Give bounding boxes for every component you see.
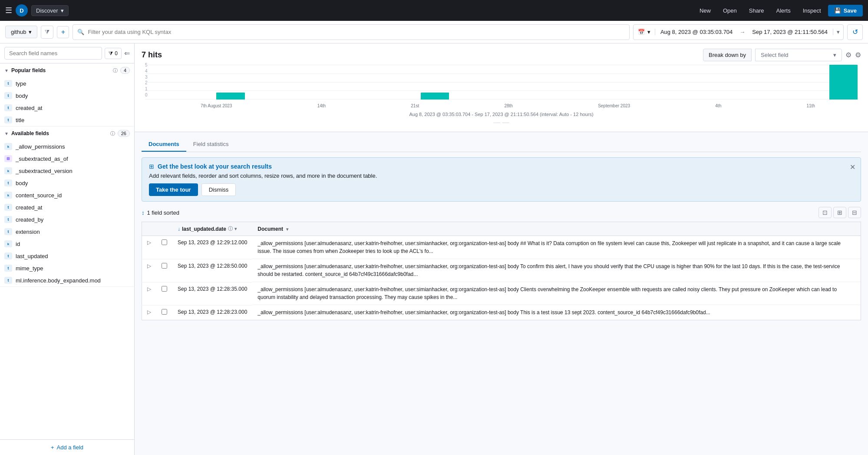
tip-close-button[interactable]: ✕	[850, 163, 855, 171]
new-button[interactable]: New	[694, 5, 716, 17]
time-range-picker: 📅 ▾ Aug 8, 2023 @ 03:35:03.704 → Sep 17,…	[633, 24, 844, 40]
field-item-extension[interactable]: t extension +	[0, 226, 134, 238]
table-header-bar: ↕ 1 field sorted ⊡ ⊞ ⊟	[142, 207, 861, 218]
hamburger-icon[interactable]: ☰	[5, 6, 12, 15]
chart-section: 7 hits Break down by Select field ▾ ⚙ ⚙	[135, 43, 868, 132]
save-icon: 💾	[834, 7, 841, 14]
popular-fields-info-icon[interactable]: ⓘ	[113, 67, 118, 74]
calendar-button[interactable]: 📅 ▾	[634, 29, 655, 35]
popular-fields-header[interactable]: ▼ Popular fields ⓘ 4	[0, 63, 134, 77]
chart-bar-5[interactable]	[304, 99, 332, 100]
drag-handle[interactable]: — —	[142, 119, 861, 126]
field-item-last_updated[interactable]: t last_updated +	[0, 250, 134, 262]
chart-bar-16[interactable]	[625, 99, 653, 100]
alerts-button[interactable]: Alerts	[771, 5, 795, 17]
expand-row-button[interactable]: ▷	[147, 263, 151, 269]
time-range-expand-button[interactable]: ▾	[833, 29, 843, 35]
chart-settings-icon[interactable]: ⚙	[845, 51, 851, 59]
collapse-sidebar-button[interactable]: ⇐	[124, 49, 130, 57]
available-fields-info-icon[interactable]: ⓘ	[110, 130, 115, 137]
field-type-badge: t	[4, 204, 12, 211]
chart-bar-20[interactable]	[742, 99, 770, 100]
field-item-subextracted_version[interactable]: k _subextracted_version +	[0, 165, 134, 177]
available-fields-header[interactable]: ▼ Available fields ⓘ 26	[0, 126, 134, 140]
chart-bar-22[interactable]	[800, 99, 828, 100]
expand-row-button[interactable]: ▷	[147, 309, 151, 315]
take-tour-button[interactable]: Take the tour	[149, 183, 198, 196]
chart-bar-17[interactable]	[654, 99, 682, 100]
filter-options-button[interactable]: ⧩	[41, 26, 53, 39]
chart-bar-13[interactable]	[538, 99, 566, 100]
chart-bar-2[interactable]	[216, 93, 244, 100]
add-field-footer[interactable]: + Add a field	[0, 439, 134, 455]
field-item-allow_permissions[interactable]: k _allow_permissions +	[0, 140, 134, 153]
save-button[interactable]: 💾 Save	[828, 5, 863, 17]
field-item-created_at[interactable]: t created_at +	[0, 102, 134, 114]
plus-icon: +	[51, 444, 54, 451]
field-item-mime_type[interactable]: t mime_type +	[0, 262, 134, 274]
expand-row-button[interactable]: ▷	[147, 286, 151, 292]
chart-bar-0[interactable]	[158, 99, 186, 100]
app-name-button[interactable]: Discover ▾	[31, 5, 69, 16]
data-view-button[interactable]: github ▾	[5, 26, 37, 38]
field-item-type[interactable]: t type +	[0, 77, 134, 90]
chart-bar-1[interactable]	[187, 99, 215, 100]
chart-bar-11[interactable]	[479, 99, 507, 100]
chart-bar-15[interactable]	[596, 99, 624, 100]
tab-field-statistics[interactable]: Field statistics	[186, 137, 236, 152]
row-checkbox[interactable]	[162, 286, 167, 292]
chart-bar-9[interactable]	[421, 93, 449, 100]
tab-documents[interactable]: Documents	[142, 137, 186, 152]
field-search-input[interactable]	[4, 47, 102, 60]
row-checkbox[interactable]	[162, 309, 167, 315]
add-field-label: Add a field	[57, 444, 83, 451]
field-item-subextracted_as_of[interactable]: ⊞ _subextracted_as_of +	[0, 153, 134, 165]
chart-bar-4[interactable]	[275, 99, 303, 100]
chart-bar-7[interactable]	[362, 99, 390, 100]
x-label: 14th	[317, 103, 326, 108]
checkbox-cell	[156, 305, 172, 320]
field-item-content_source_id[interactable]: k content_source_id +	[0, 189, 134, 201]
search-icon: 🔍	[77, 29, 84, 35]
th-date[interactable]: ↓ last_updated.date ⓘ ▾	[172, 222, 252, 236]
break-down-select[interactable]: Select field ▾	[755, 49, 842, 61]
x-label: 11th	[806, 103, 815, 108]
chart-bar-10[interactable]	[450, 99, 478, 100]
inspect-button[interactable]: Inspect	[798, 5, 826, 17]
field-item-body2[interactable]: t body +	[0, 177, 134, 189]
add-filter-button[interactable]: +	[57, 26, 69, 38]
field-item-created_by[interactable]: t created_by +	[0, 213, 134, 226]
chart-bar-23[interactable]	[829, 65, 858, 100]
table-view-expand-button[interactable]: ⊟	[848, 207, 861, 218]
nav-actions: New Open Share Alerts Inspect 💾 Save	[694, 5, 863, 17]
table-view-full-button[interactable]: ⊡	[818, 207, 832, 218]
open-button[interactable]: Open	[718, 5, 742, 17]
filter-count-button[interactable]: ⧩ 0	[105, 48, 122, 59]
chart-bar-18[interactable]	[683, 99, 712, 100]
share-button[interactable]: Share	[744, 5, 769, 17]
chart-bar-6[interactable]	[333, 99, 361, 100]
row-checkbox[interactable]	[162, 239, 167, 245]
field-item-created_at2[interactable]: t created_at +	[0, 201, 134, 213]
row-checkbox[interactable]	[162, 263, 167, 269]
chart-config-icon[interactable]: ⚙	[855, 51, 861, 59]
chart-bar-19[interactable]	[713, 99, 741, 100]
chart-bar-12[interactable]	[508, 99, 536, 100]
search-input[interactable]	[88, 29, 624, 35]
field-item-ml_inference[interactable]: t ml.inference.body_expanded.mod +	[0, 274, 134, 286]
dismiss-button[interactable]: Dismiss	[201, 183, 236, 196]
chart-bar-3[interactable]	[246, 99, 274, 100]
chart-bar-8[interactable]	[392, 99, 420, 100]
document-cell: _allow_permissions [user:almudenasanz, u…	[252, 305, 861, 320]
field-item-id[interactable]: k id +	[0, 238, 134, 250]
chart-bar-14[interactable]	[567, 99, 595, 100]
table-view-column-button[interactable]: ⊞	[833, 207, 846, 218]
field-type-badge: k	[4, 192, 12, 199]
expand-cell: ▷	[142, 236, 157, 259]
th-info-icon[interactable]: ⓘ	[228, 226, 233, 232]
chart-bar-21[interactable]	[771, 99, 799, 100]
field-item-body[interactable]: t body +	[0, 90, 134, 102]
refresh-button[interactable]: ↺	[847, 24, 863, 40]
field-item-title[interactable]: t title +	[0, 114, 134, 126]
expand-row-button[interactable]: ▷	[147, 239, 151, 246]
